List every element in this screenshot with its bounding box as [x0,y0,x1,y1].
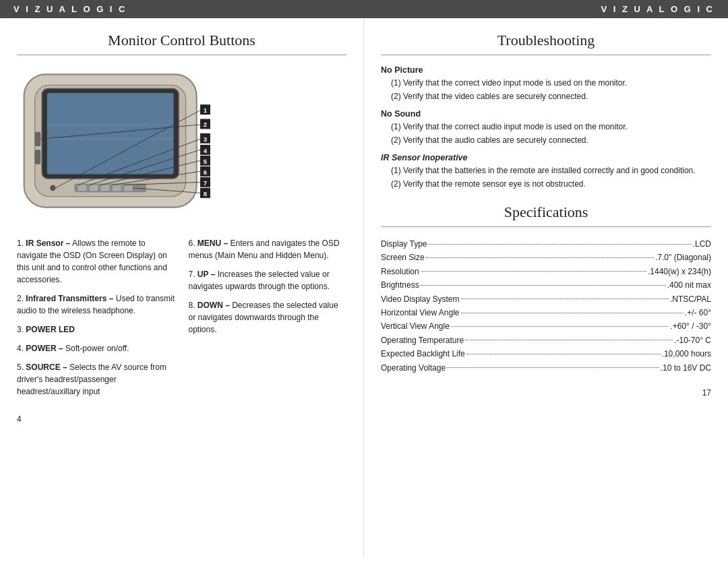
spec-value-screen-size: .7.0" (Diagonal) [655,251,711,264]
spec-row-video-system: Video Display System .NTSC/PAL [381,292,711,306]
spec-value-h-angle: .+/- 60° [685,306,711,319]
item-4-text: Soft-power on/off. [65,344,129,353]
svg-text:4: 4 [204,147,208,154]
svg-text:1: 1 [204,106,208,114]
trouble-category-no-sound: No Sound [381,109,711,119]
troubleshooting-title: Troubleshooting [381,32,711,49]
item-1-num: 1. [17,239,26,248]
item-2-num: 2. [17,294,26,303]
item-3-label: POWER LED [26,325,75,334]
item-4-label: POWER – [26,344,63,353]
svg-text:7: 7 [204,179,207,187]
button-item-5: 5. SOURCE – Selects the AV source from d… [17,361,175,398]
button-item-4: 4. POWER – Soft-power on/off. [17,342,175,354]
spec-dots-v-angle [450,319,671,333]
spec-value-v-angle: .+60° / -30° [670,319,711,333]
spec-label-h-angle: Horizontal View Angle [381,306,460,319]
header-bar: V I Z U A L O G I C V I Z U A L O G I C [0,0,728,18]
spec-dots-backlight [465,347,662,361]
spec-label-resolution: Resolution [381,265,419,278]
item-7-num: 7. [189,270,198,279]
spec-row-screen-size: Screen Size .7.0" (Diagonal) [381,251,711,264]
spec-value-op-temp: .-10-70° C [674,334,711,347]
button-item-3: 3. POWER LED [17,323,175,336]
spec-row-resolution: Resolution .1440(w) x 234(h) [381,265,711,278]
svg-text:6: 6 [204,168,207,176]
spec-dots-video-system [460,292,670,306]
trouble-item-ir-2: (2) Verify that the remote sensor eye is… [391,178,711,190]
spec-label-display-type: Display Type [381,237,427,251]
spec-dots-screen-size [425,251,655,264]
left-page-num: 4 [17,414,346,424]
item-2-label: Infrared Transmitters – [26,294,113,303]
svg-text:2: 2 [204,121,207,128]
button-item-1: 1. IR Sensor – Allows the remote to navi… [17,237,175,286]
item-8-num: 8. [189,301,198,310]
button-item-8: 8. DOWN – Decreases the selected value o… [189,299,347,336]
specs-divider [381,226,711,227]
spec-label-video-system: Video Display System [381,292,460,306]
button-item-7: 7. UP – Increases the selected value or … [189,268,347,292]
item-5-num: 5. [17,363,26,372]
svg-rect-8 [90,185,98,191]
spec-row-brightness: Brightness .400 nit max [381,278,711,292]
trouble-item-ir-1: (1) Verify that the batteries in the rem… [391,164,711,177]
trouble-item-pic-2: (2) Verify that the video cables are sec… [391,90,711,102]
spec-value-video-system: .NTSC/PAL [670,292,711,306]
spec-dots-op-temp [464,334,674,347]
svg-rect-13 [35,132,41,146]
svg-rect-7 [78,185,87,191]
spec-value-display-type: .LCD [693,237,711,251]
spec-row-op-temp: Operating Temperature .-10-70° C [381,334,711,347]
spec-label-voltage: Operating Voltage [381,361,446,375]
svg-rect-3 [47,93,174,175]
left-section-title: Monitor Control Buttons [17,32,346,49]
item-3-num: 3. [17,325,26,334]
monitor-wrapper: 1 2 3 4 5 6 [17,65,346,227]
trouble-category-no-picture: No Picture [381,65,711,75]
item-5-label: SOURCE – [26,363,67,372]
spec-label-screen-size: Screen Size [381,251,425,264]
monitor-svg: 1 2 3 4 5 6 [17,65,233,227]
spec-value-brightness: .400 nit max [667,278,711,292]
svg-text:8: 8 [204,190,208,197]
item-8-label: DOWN – [198,301,230,310]
button-list-left: 1. IR Sensor – Allows the remote to navi… [17,237,175,404]
spec-row-backlight: Expected Backlight Life .10,000 hours [381,347,711,361]
right-panel: Troubleshooting No Picture (1) Verify th… [364,18,728,557]
left-panel: Monitor Control Buttons [0,18,364,557]
left-divider [17,55,346,55]
spec-dots-resolution [419,265,648,278]
svg-rect-9 [101,185,110,191]
spec-label-backlight: Expected Backlight Life [381,347,465,361]
spec-label-v-angle: Vertical View Angle [381,319,450,333]
spec-label-op-temp: Operating Temperature [381,334,464,347]
spec-row-v-angle: Vertical View Angle .+60° / -30° [381,319,711,333]
spec-row-display-type: Display Type .LCD [381,237,711,251]
header-logo-left: V I Z U A L O G I C [13,4,127,14]
button-list-right: 6. MENU – Enters and navigates the OSD m… [189,237,347,404]
spec-value-backlight: .10,000 hours [662,347,711,361]
svg-rect-14 [35,150,41,164]
spec-dots-h-angle [460,306,685,319]
trouble-item-sound-1: (1) Verify that the correct audio input … [391,121,711,133]
spec-dots-voltage [446,361,661,375]
trouble-item-sound-2: (2) Verify that the audio cables are sec… [391,134,711,146]
specifications-section: Specifications Display Type .LCD Screen … [381,204,711,375]
svg-text:3: 3 [204,135,207,143]
svg-rect-10 [113,185,121,191]
spec-value-resolution: .1440(w) x 234(h) [648,265,711,278]
svg-text:5: 5 [204,158,208,165]
spec-row-h-angle: Horizontal View Angle .+/- 60° [381,306,711,319]
header-logo-right: V I Z U A L O G I C [601,4,715,14]
troubleshooting-section: Troubleshooting No Picture (1) Verify th… [381,32,711,190]
spec-row-voltage: Operating Voltage .10 to 16V DC [381,361,711,375]
button-list: 1. IR Sensor – Allows the remote to navi… [17,237,346,404]
spec-dots-brightness [419,278,667,292]
trouble-item-pic-1: (1) Verify that the correct video input … [391,77,711,89]
spec-label-brightness: Brightness [381,278,419,292]
spec-value-voltage: .10 to 16V DC [661,361,711,375]
svg-rect-11 [124,185,133,191]
item-6-label: MENU – [198,239,228,248]
button-item-2: 2. Infrared Transmitters – Used to trans… [17,292,175,317]
